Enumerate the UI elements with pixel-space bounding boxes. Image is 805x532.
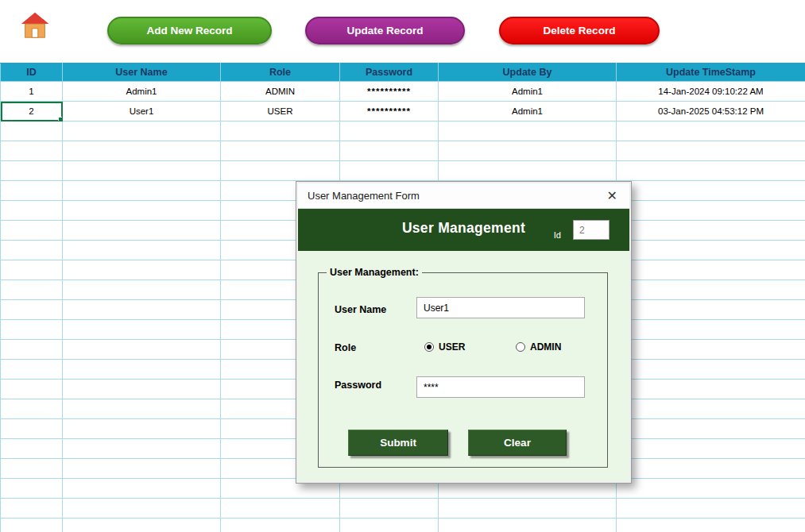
empty-cell[interactable] xyxy=(1,201,63,221)
empty-cell[interactable] xyxy=(617,161,805,181)
close-icon[interactable]: ✕ xyxy=(605,188,620,203)
empty-cell[interactable] xyxy=(617,399,805,419)
empty-cell[interactable] xyxy=(63,439,221,459)
empty-cell[interactable] xyxy=(1,241,63,260)
empty-cell[interactable] xyxy=(439,121,617,141)
empty-cell[interactable] xyxy=(617,439,805,459)
empty-cell[interactable] xyxy=(63,519,221,532)
empty-cell[interactable] xyxy=(63,380,221,399)
empty-cell[interactable] xyxy=(340,161,439,181)
empty-cell[interactable] xyxy=(221,141,340,161)
empty-cell[interactable] xyxy=(63,181,221,201)
empty-cell[interactable] xyxy=(1,161,63,181)
role-radio-user[interactable]: USER xyxy=(424,341,465,353)
empty-cell[interactable] xyxy=(1,380,63,399)
empty-cell[interactable] xyxy=(221,161,340,181)
dialog-titlebar[interactable]: User Management Form ✕ xyxy=(298,183,629,209)
table-cell[interactable]: ********** xyxy=(340,102,439,121)
empty-cell[interactable] xyxy=(617,360,805,380)
empty-cell[interactable] xyxy=(617,320,805,340)
submit-button[interactable]: Submit xyxy=(348,430,448,456)
column-header-update-timestamp[interactable]: Update TimeStamp xyxy=(617,64,805,82)
empty-cell[interactable] xyxy=(63,340,221,360)
empty-cell[interactable] xyxy=(1,519,63,532)
empty-cell[interactable] xyxy=(1,260,63,280)
empty-cell[interactable] xyxy=(1,479,63,499)
password-field[interactable] xyxy=(416,376,585,398)
empty-cell[interactable] xyxy=(617,519,805,532)
empty-cell[interactable] xyxy=(1,121,63,141)
empty-cell[interactable] xyxy=(63,300,221,320)
empty-cell[interactable] xyxy=(617,459,805,479)
add-new-record-button[interactable]: Add New Record xyxy=(107,17,272,44)
empty-cell[interactable] xyxy=(340,121,439,141)
empty-cell[interactable] xyxy=(617,121,805,141)
table-cell[interactable]: ********** xyxy=(340,82,439,102)
empty-cell[interactable] xyxy=(1,399,63,419)
empty-cell[interactable] xyxy=(63,499,221,519)
column-header-password[interactable]: Password xyxy=(340,64,439,82)
empty-cell[interactable] xyxy=(617,499,805,519)
update-record-button[interactable]: Update Record xyxy=(305,17,465,44)
empty-cell[interactable] xyxy=(439,161,617,181)
empty-cell[interactable] xyxy=(63,121,221,141)
home-icon[interactable] xyxy=(20,10,50,40)
id-field[interactable] xyxy=(573,220,610,240)
empty-cell[interactable] xyxy=(439,141,617,161)
user-name-field[interactable] xyxy=(416,297,585,318)
empty-cell[interactable] xyxy=(439,519,617,532)
table-cell[interactable]: ADMIN xyxy=(221,82,340,102)
table-cell[interactable]: Admin1 xyxy=(63,82,221,102)
empty-cell[interactable] xyxy=(63,320,221,340)
empty-cell[interactable] xyxy=(617,241,805,260)
empty-cell[interactable] xyxy=(63,201,221,221)
table-cell[interactable]: Admin1 xyxy=(439,82,617,102)
empty-cell[interactable] xyxy=(63,161,221,181)
empty-cell[interactable] xyxy=(1,320,63,340)
empty-cell[interactable] xyxy=(63,221,221,241)
empty-cell[interactable] xyxy=(617,201,805,221)
empty-cell[interactable] xyxy=(617,380,805,399)
empty-cell[interactable] xyxy=(617,479,805,499)
role-radio-admin[interactable]: ADMIN xyxy=(516,341,561,353)
empty-cell[interactable] xyxy=(1,221,63,241)
column-header-role[interactable]: Role xyxy=(221,64,340,82)
empty-cell[interactable] xyxy=(63,360,221,380)
empty-cell[interactable] xyxy=(617,340,805,360)
empty-cell[interactable] xyxy=(63,241,221,260)
delete-record-button[interactable]: Delete Record xyxy=(499,17,660,44)
empty-cell[interactable] xyxy=(340,519,439,532)
empty-cell[interactable] xyxy=(63,479,221,499)
empty-cell[interactable] xyxy=(221,121,340,141)
empty-cell[interactable] xyxy=(1,181,63,201)
empty-cell[interactable] xyxy=(63,260,221,280)
column-header-id[interactable]: ID xyxy=(1,64,63,82)
empty-cell[interactable] xyxy=(1,459,63,479)
clear-button[interactable]: Clear xyxy=(468,430,567,456)
empty-cell[interactable] xyxy=(221,519,340,532)
table-cell[interactable]: USER xyxy=(221,102,340,121)
empty-cell[interactable] xyxy=(1,419,63,439)
empty-cell[interactable] xyxy=(1,280,63,300)
empty-cell[interactable] xyxy=(1,141,63,161)
empty-cell[interactable] xyxy=(63,399,221,419)
empty-cell[interactable] xyxy=(617,221,805,241)
empty-cell[interactable] xyxy=(340,499,439,519)
empty-cell[interactable] xyxy=(63,141,221,161)
empty-cell[interactable] xyxy=(1,439,63,459)
table-cell[interactable]: Admin1 xyxy=(439,102,617,121)
empty-cell[interactable] xyxy=(221,499,340,519)
empty-cell[interactable] xyxy=(340,141,439,161)
empty-cell[interactable] xyxy=(63,419,221,439)
column-header-update-by[interactable]: Update By xyxy=(439,64,617,82)
empty-cell[interactable] xyxy=(1,300,63,320)
empty-cell[interactable] xyxy=(63,280,221,300)
empty-cell[interactable] xyxy=(1,340,63,360)
empty-cell[interactable] xyxy=(617,141,805,161)
empty-cell[interactable] xyxy=(1,499,63,519)
empty-cell[interactable] xyxy=(617,181,805,201)
table-cell[interactable]: 2 xyxy=(1,102,63,121)
empty-cell[interactable] xyxy=(1,360,63,380)
empty-cell[interactable] xyxy=(617,300,805,320)
empty-cell[interactable] xyxy=(439,499,617,519)
